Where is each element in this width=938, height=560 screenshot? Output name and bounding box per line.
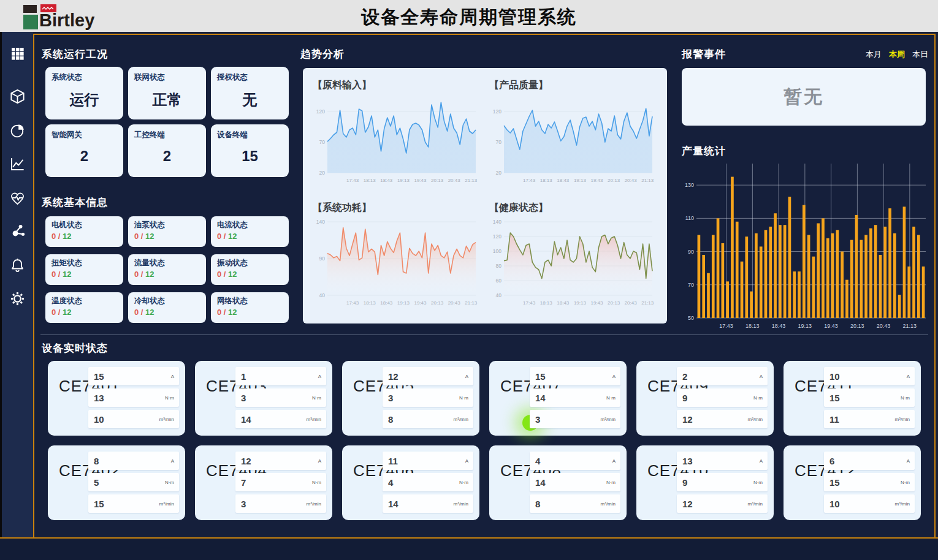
metric-value: 12 (383, 371, 398, 382)
status-card: 设备终端 15 (211, 124, 289, 177)
metric-row-flow: 10 m³/min (824, 494, 915, 513)
device-metrics: 12 A 7 N·m 3 m³/min (235, 452, 326, 516)
svg-text:20:43: 20:43 (625, 178, 638, 183)
metric-row-torque: 3 N·m (383, 388, 473, 407)
metric-unit: A (760, 374, 768, 379)
status-card-value: 无 (211, 90, 289, 110)
metric-row-flow: 8 m³/min (530, 494, 620, 513)
device-card[interactable]: CE7403 1 A 3 N·m 14 m³/min (195, 361, 332, 436)
dashboard-screen: Birtley 设备全寿命周期管理系统 (0, 0, 938, 560)
metric-value: 13 (677, 456, 693, 466)
gear-icon[interactable] (9, 289, 27, 308)
health-pulse-icon[interactable] (9, 189, 27, 207)
svg-text:70: 70 (496, 139, 502, 145)
metric-unit: A (760, 458, 768, 464)
metric-row-current: 12 A (383, 367, 473, 385)
metric-unit: A (171, 458, 179, 464)
metric-row-torque: 15 N·m (824, 388, 915, 407)
device-card[interactable]: CE7409 2 A 9 N·m 12 m³/min (636, 361, 774, 436)
metric-value: 4 (383, 477, 393, 488)
svg-text:17:43: 17:43 (346, 300, 359, 306)
svg-text:21:13: 21:13 (465, 300, 478, 306)
device-metrics: 4 A 14 N·m 8 m³/min (530, 452, 620, 516)
device-metrics: 15 A 13 N·m 10 m³/min (88, 367, 179, 431)
apps-grid-icon[interactable] (9, 44, 27, 62)
metric-row-current: 8 A (88, 452, 179, 470)
metric-unit: m³/min (454, 501, 473, 507)
metric-unit: N·m (459, 395, 473, 401)
metric-row-flow: 14 m³/min (235, 410, 326, 428)
svg-text:18:43: 18:43 (557, 300, 570, 306)
svg-text:20:43: 20:43 (877, 323, 891, 329)
device-card[interactable]: CE7404 12 A 7 N·m 3 m³/min (195, 445, 332, 520)
status-card: 联网状态 正常 (128, 67, 206, 119)
metric-value: 9 (677, 477, 687, 488)
alarm-count: 0 (51, 308, 56, 317)
device-card[interactable]: CE7405 12 A 3 N·m 8 m³/min (342, 361, 479, 436)
info-card-counts: 0 / 12 (134, 270, 200, 279)
tab-this-month[interactable]: 本月 (866, 49, 882, 60)
info-card-counts: 0 / 12 (51, 270, 117, 279)
status-card-label: 设备终端 (217, 130, 283, 140)
status-card-value: 2 (128, 148, 206, 165)
molecule-icon[interactable] (9, 222, 27, 240)
count-separator: / (141, 308, 143, 317)
metric-value: 14 (383, 499, 398, 509)
status-card-label: 联网状态 (134, 72, 200, 83)
metric-row-flow: 14 m³/min (383, 494, 473, 513)
status-card-label: 系统状态 (51, 72, 117, 83)
bell-icon[interactable] (9, 256, 27, 274)
pie-chart-icon[interactable] (9, 121, 27, 140)
metric-unit: N·m (901, 480, 915, 485)
count-separator: / (58, 308, 61, 317)
count-separator: / (141, 232, 143, 241)
trend-panel: 【原料输入】 207012017:4318:1318:4319:1319:432… (303, 68, 667, 324)
info-card: 电流状态 0 / 12 (211, 216, 289, 247)
cube-icon[interactable] (9, 87, 27, 105)
metric-row-torque: 9 N·m (677, 473, 768, 491)
svg-text:18:13: 18:13 (540, 178, 553, 183)
metric-unit: N·m (165, 395, 179, 401)
section-title-system-status: 系统运行工况 (42, 47, 108, 61)
metric-row-current: 10 A (824, 367, 915, 385)
tab-today[interactable]: 本日 (912, 49, 928, 60)
device-card[interactable]: CE7408 4 A 14 N·m 8 m³/min (489, 445, 627, 520)
metric-row-torque: 9 N·m (677, 388, 768, 407)
metric-row-torque: 7 N·m (235, 473, 326, 491)
metric-row-current: 11 A (383, 452, 473, 470)
metric-unit: N·m (312, 395, 326, 401)
device-card[interactable]: CE7407 15 A 14 N·m 3 m³/min (489, 361, 627, 436)
svg-text:19:43: 19:43 (590, 178, 603, 183)
info-card-counts: 0 / 12 (217, 232, 283, 241)
chart-title: 【产品质量】 (489, 79, 658, 92)
status-card: 授权状态 无 (211, 67, 289, 119)
device-card[interactable]: CE7401 15 A 13 N·m 10 m³/min (48, 361, 185, 436)
svg-text:120: 120 (316, 108, 325, 115)
device-card[interactable]: CE7410 13 A 9 N·m 12 m³/min (636, 445, 774, 520)
info-card-counts: 0 / 12 (217, 270, 283, 279)
device-card[interactable]: CE7406 11 A 4 N·m 14 m³/min (342, 445, 479, 520)
metric-unit: N·m (753, 480, 768, 485)
alarm-count: 0 (217, 232, 221, 241)
svg-text:50: 50 (688, 315, 694, 321)
device-card[interactable]: CE7411 10 A 15 N·m 11 m³/min (784, 361, 921, 436)
info-card: 振动状态 0 / 12 (211, 254, 289, 285)
metric-unit: N·m (606, 395, 620, 401)
svg-text:19:13: 19:13 (574, 178, 587, 183)
metric-unit: m³/min (307, 501, 326, 507)
line-chart-icon[interactable] (9, 154, 27, 173)
alarm-empty-card: 暂无 (682, 68, 926, 126)
metric-unit: m³/min (307, 417, 326, 422)
metric-row-torque: 13 N·m (88, 388, 179, 407)
device-card[interactable]: CE7402 8 A 5 N·m 15 m³/min (48, 445, 185, 520)
metric-value: 1 (235, 371, 246, 382)
device-card[interactable]: CE7412 6 A 15 N·m 10 m³/min (784, 445, 921, 520)
metric-row-flow: 10 m³/min (88, 410, 179, 428)
alarm-count: 0 (51, 232, 56, 241)
svg-text:19:43: 19:43 (414, 178, 427, 183)
tab-this-week[interactable]: 本周 (889, 49, 905, 60)
metric-row-torque: 15 N·m (824, 473, 915, 491)
metric-value: 8 (88, 456, 99, 466)
info-card-label: 扭矩状态 (51, 258, 117, 268)
count-separator: / (224, 270, 226, 279)
